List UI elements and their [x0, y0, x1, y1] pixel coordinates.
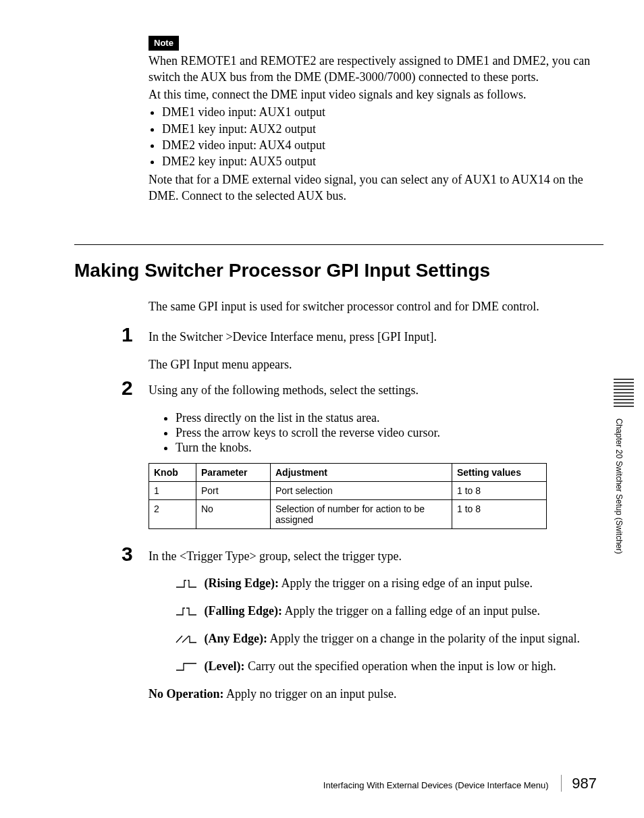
table-cell: Port	[196, 481, 271, 499]
falling-edge-icon	[176, 604, 197, 620]
trigger-falling-edge: (Falling Edge): Apply the trigger on a f…	[176, 603, 603, 620]
trigger-desc: Carry out the specified operation when t…	[244, 659, 556, 673]
step-number: 3	[122, 543, 133, 566]
note-para2: At this time, connect the DME input vide…	[149, 86, 603, 103]
step-number: 1	[122, 323, 133, 346]
table-header: Knob	[149, 463, 196, 481]
step2-bullets: Press directly on the list in the status…	[149, 411, 603, 455]
rising-edge-icon	[176, 576, 197, 593]
step2-bullet: Press the arrow keys to scroll the rever…	[176, 426, 603, 440]
level-icon	[176, 659, 197, 676]
table-header: Setting values	[452, 463, 547, 481]
trigger-label: (Any Edge):	[201, 632, 267, 645]
note-para1: When REMOTE1 and REMOTE2 are respectivel…	[149, 53, 603, 86]
table-cell: 1 to 8	[452, 499, 547, 528]
page-footer: Interfacing With External Devices (Devic…	[323, 775, 597, 792]
table-cell: Selection of number for action to be ass…	[271, 499, 452, 528]
trigger-level: (Level): Carry out the specified operati…	[176, 658, 603, 676]
table-header: Adjustment	[271, 463, 452, 481]
table-cell: 2	[149, 499, 196, 528]
note-para3: Note that for a DME external video signa…	[149, 171, 603, 204]
trigger-rising-edge: (Rising Edge): Apply the trigger on a ri…	[176, 575, 603, 593]
step-text: In the <Trigger Type> group, select the …	[149, 548, 603, 565]
step-text: Using any of the following methods, sele…	[149, 382, 603, 399]
table-row: 1 Port Port selection 1 to 8	[149, 481, 547, 499]
trigger-desc: Apply no trigger on an input pulse.	[224, 687, 397, 701]
trigger-no-operation: No Operation: Apply no trigger on an inp…	[149, 686, 603, 702]
note-bullet: DME2 video input: AUX4 output	[162, 137, 603, 153]
table-row: 2 No Selection of number for action to b…	[149, 499, 547, 528]
table-header-row: Knob Parameter Adjustment Setting values	[149, 463, 547, 481]
table-header: Parameter	[196, 463, 271, 481]
step-2: 2 Using any of the following methods, se…	[149, 382, 603, 529]
trigger-label: (Rising Edge):	[201, 576, 279, 590]
step-1: 1 In the Switcher >Device Interface menu…	[149, 329, 603, 372]
trigger-desc: Apply the trigger on a rising edge of an…	[279, 576, 533, 590]
step-text: In the Switcher >Device Interface menu, …	[149, 329, 603, 346]
note-bullet: DME2 key input: AUX5 output	[162, 153, 603, 169]
note-bullet: DME1 video input: AUX1 output	[162, 104, 603, 120]
step2-bullet: Turn the knobs.	[176, 441, 603, 455]
step-number: 2	[122, 377, 133, 400]
page-number: 987	[561, 775, 597, 792]
table-cell: No	[196, 499, 271, 528]
note-bullets: DME1 video input: AUX1 output DME1 key i…	[149, 104, 603, 169]
trigger-any-edge: (Any Edge): Apply the trigger on a chang…	[176, 630, 603, 648]
sidebar-chapter-label: Chapter 20 Switcher Setup (Switcher)	[614, 418, 624, 554]
trigger-label: (Level):	[201, 659, 244, 673]
step-subtext: The GPI Input menu appears.	[149, 358, 603, 372]
any-edge-icon	[176, 632, 197, 648]
trigger-desc: Apply the trigger on a falling edge of a…	[282, 604, 540, 618]
table-cell: 1 to 8	[452, 481, 547, 499]
trigger-label: (Falling Edge):	[201, 604, 282, 618]
parameter-table: Knob Parameter Adjustment Setting values…	[149, 463, 547, 529]
step2-bullet: Press directly on the list in the status…	[176, 411, 603, 425]
section-title: Making Switcher Processor GPI Input Sett…	[74, 244, 603, 281]
trigger-desc: Apply the trigger on a change in the pol…	[267, 632, 580, 645]
sidebar-tab-icon	[614, 378, 634, 411]
intro-text: The same GPI input is used for switcher …	[149, 298, 603, 315]
table-cell: 1	[149, 481, 196, 499]
step-3: 3 In the <Trigger Type> group, select th…	[149, 548, 603, 703]
trigger-label: No Operation:	[149, 687, 224, 701]
note-bullet: DME1 key input: AUX2 output	[162, 121, 603, 137]
note-label: Note	[149, 36, 179, 51]
table-cell: Port selection	[271, 481, 452, 499]
footer-text: Interfacing With External Devices (Devic…	[323, 780, 549, 790]
